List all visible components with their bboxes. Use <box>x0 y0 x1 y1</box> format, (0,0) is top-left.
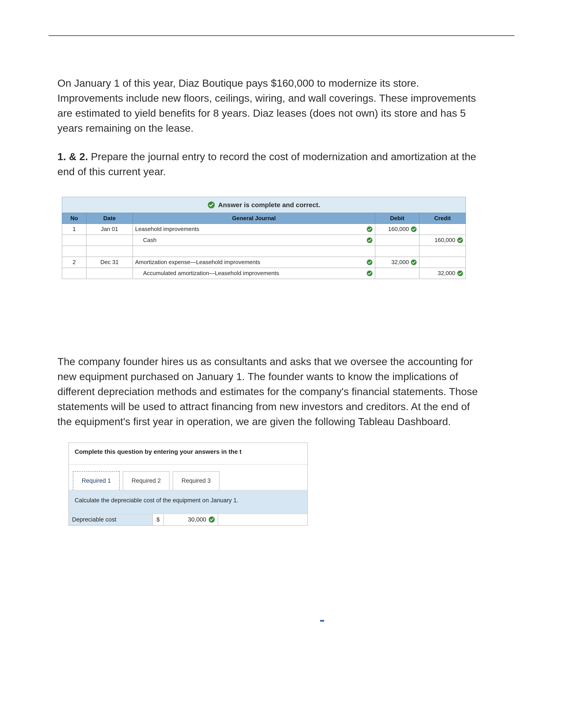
cell-debit <box>375 235 419 246</box>
check-circle-icon <box>367 226 373 232</box>
journal-table: No Date General Journal Debit Credit 1Ja… <box>62 213 466 279</box>
col-header-credit: Credit <box>419 213 466 224</box>
debit-amount: 160,000 <box>388 226 409 233</box>
tab-required-1[interactable]: Required 1 <box>73 471 120 490</box>
cell-credit <box>419 257 466 268</box>
svg-point-5 <box>367 259 373 265</box>
cell-date: Dec 31 <box>86 257 133 268</box>
problem1-paragraph: On January 1 of this year, Diaz Boutique… <box>57 76 484 136</box>
account-text: Cash <box>135 237 364 244</box>
cell-debit <box>375 246 419 257</box>
cell-account <box>133 246 375 257</box>
table-row: Cash160,000 <box>62 235 466 246</box>
cell-account[interactable]: Cash <box>133 235 375 246</box>
currency-symbol: $ <box>153 514 164 525</box>
svg-point-8 <box>457 270 463 276</box>
answer-status-text: Answer is complete and correct. <box>218 201 320 209</box>
col-header-general-journal: General Journal <box>133 213 375 224</box>
cell-no <box>62 235 86 246</box>
cell-no: 1 <box>62 224 86 235</box>
cell-date: Jan 01 <box>86 224 133 235</box>
cell-debit[interactable]: 160,000 <box>375 224 419 235</box>
credit-amount: 32,000 <box>438 270 455 277</box>
table-row: Accumulated amortization—Leasehold impro… <box>62 268 466 279</box>
task-text: Prepare the journal entry to record the … <box>57 151 476 177</box>
svg-point-0 <box>208 201 214 208</box>
cell-credit <box>419 224 466 235</box>
tabs-row: Required 1 Required 2 Required 3 <box>69 465 307 490</box>
cell-date <box>86 268 133 279</box>
depreciable-cost-label: Depreciable cost <box>69 514 153 525</box>
check-circle-icon <box>367 259 373 265</box>
cell-account[interactable]: Accumulated amortization—Leasehold impro… <box>133 268 375 279</box>
answer-status-bar: Answer is complete and correct. <box>62 197 466 213</box>
depreciable-cost-value-cell[interactable]: 30,000 <box>164 514 218 525</box>
account-text: Accumulated amortization—Leasehold impro… <box>135 270 364 277</box>
journal-body: 1Jan 01Leasehold improvements160,000Cash… <box>62 224 466 279</box>
empty-space <box>218 514 307 525</box>
table-row: 2Dec 31Amortization expense—Leasehold im… <box>62 257 466 268</box>
tab-required-2[interactable]: Required 2 <box>123 471 169 490</box>
col-header-debit: Debit <box>375 213 419 224</box>
check-circle-icon <box>411 226 417 232</box>
journal-answer-block: Answer is complete and correct. No Date … <box>62 197 466 279</box>
horizontal-rule <box>49 35 514 36</box>
account-text: Amortization expense—Leasehold improveme… <box>135 259 364 266</box>
svg-point-4 <box>457 237 463 243</box>
svg-point-2 <box>411 226 417 232</box>
check-circle-icon <box>367 270 373 276</box>
cell-date <box>86 235 133 246</box>
check-circle-icon <box>207 201 215 209</box>
question2-panel: Complete this question by entering your … <box>68 443 308 526</box>
question2-subinstruction: Calculate the depreciable cost of the eq… <box>69 490 307 514</box>
cell-no <box>62 268 86 279</box>
tab-required-3[interactable]: Required 3 <box>173 471 219 490</box>
check-circle-icon <box>208 516 215 523</box>
cell-debit[interactable]: 32,000 <box>375 257 419 268</box>
table-row <box>62 246 466 257</box>
cell-date <box>86 246 133 257</box>
col-header-no: No <box>62 213 86 224</box>
journal-header-row: No Date General Journal Debit Credit <box>62 213 466 224</box>
check-circle-icon <box>367 237 373 243</box>
svg-point-7 <box>367 270 373 276</box>
svg-point-9 <box>209 516 215 523</box>
cell-no <box>62 246 86 257</box>
cell-debit <box>375 268 419 279</box>
account-text: Leasehold improvements <box>135 226 364 233</box>
col-header-date: Date <box>86 213 133 224</box>
table-row: 1Jan 01Leasehold improvements160,000 <box>62 224 466 235</box>
svg-point-6 <box>411 259 417 265</box>
question2-answer-row: Depreciable cost $ 30,000 <box>69 514 307 525</box>
cell-account[interactable]: Leasehold improvements <box>133 224 375 235</box>
problem1-task: 1. & 2. Prepare the journal entry to rec… <box>57 149 484 179</box>
cell-credit[interactable]: 160,000 <box>419 235 466 246</box>
question2-instruction-header: Complete this question by entering your … <box>69 443 307 465</box>
depreciable-cost-value: 30,000 <box>188 516 206 523</box>
cell-account[interactable]: Amortization expense—Leasehold improveme… <box>133 257 375 268</box>
cell-credit <box>419 246 466 257</box>
decorative-mark <box>320 620 324 622</box>
svg-point-3 <box>367 237 373 243</box>
debit-amount: 32,000 <box>391 259 409 266</box>
credit-amount: 160,000 <box>435 237 455 244</box>
task-prefix: 1. & 2. <box>57 151 91 162</box>
check-circle-icon <box>457 270 463 276</box>
svg-point-1 <box>367 226 373 232</box>
cell-no: 2 <box>62 257 86 268</box>
cell-credit[interactable]: 32,000 <box>419 268 466 279</box>
check-circle-icon <box>411 259 417 265</box>
check-circle-icon <box>457 237 463 243</box>
problem2-paragraph: The company founder hires us as consulta… <box>57 354 484 429</box>
